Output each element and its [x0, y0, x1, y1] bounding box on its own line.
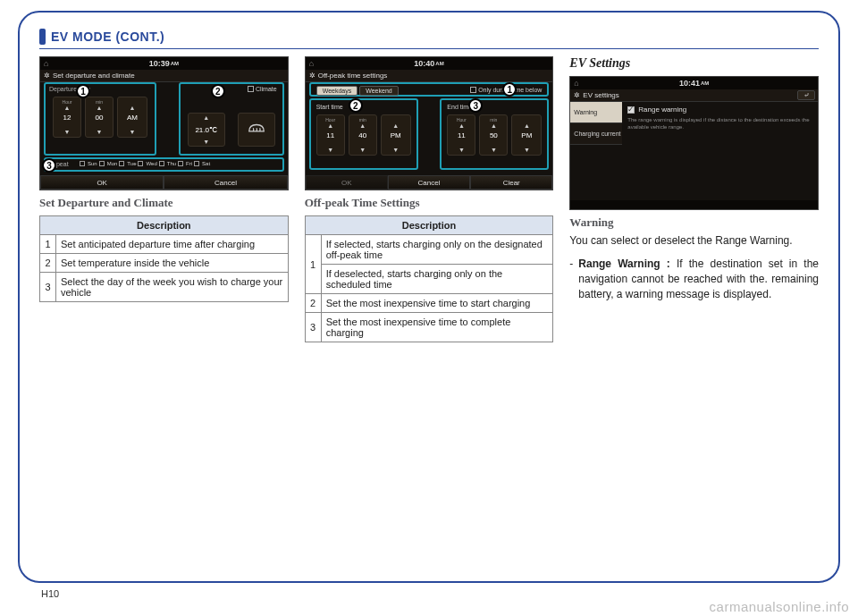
screenshot-departure-climate: ⌂ 10:39AM ✲ Set departure and climate De… — [39, 56, 289, 190]
start-min-spinner[interactable]: min ▲ 40 ▼ — [349, 114, 377, 156]
day-thu[interactable]: Thu — [167, 161, 176, 166]
bullet-strong: Range Warning : — [578, 257, 669, 270]
screenshot-offpeak: ⌂ 10:40AM ✲ Off-peak time settings Weekd… — [305, 56, 554, 190]
arrow-up-icon[interactable]: ▲ — [54, 105, 80, 111]
arrow-up-icon[interactable]: ▲ — [317, 122, 344, 129]
day-wed[interactable]: Wed — [146, 161, 156, 166]
back-button[interactable]: ⤶ — [797, 90, 815, 100]
bullet-dash: - — [569, 257, 573, 301]
minute-value: 00 — [86, 114, 113, 122]
ok-button[interactable]: OK — [306, 175, 388, 190]
checkbox-icon[interactable] — [194, 161, 199, 166]
clock-time: 10:39 — [149, 59, 170, 68]
screen-title: Off-peak time settings — [318, 72, 388, 80]
tab-weekdays[interactable]: Weekdays — [316, 86, 358, 96]
day-tue[interactable]: Tue — [127, 161, 136, 166]
arrow-down-icon[interactable]: ▼ — [118, 129, 147, 135]
gear-icon: ✲ — [574, 91, 580, 99]
arrow-down-icon[interactable]: ▼ — [189, 139, 224, 145]
start-ampm-spinner[interactable]: ▲ PM ▼ — [381, 114, 411, 156]
range-warning-description: The range warning is displayed if the di… — [627, 117, 812, 131]
checkbox-icon[interactable] — [99, 161, 105, 166]
arrow-down-icon[interactable]: ▼ — [480, 147, 507, 153]
bottom-bar — [570, 200, 818, 209]
row-desc: If deselected, starts charging only on t… — [321, 265, 553, 294]
end-ampm-spinner[interactable]: ▲ PM ▼ — [511, 114, 542, 156]
callout-2: 2 — [349, 98, 363, 113]
arrow-down-icon[interactable]: ▼ — [448, 147, 475, 153]
table-row: 3Select the day of the week you wish to … — [40, 273, 289, 302]
checkbox-icon[interactable] — [119, 161, 124, 166]
start-min-value: 40 — [349, 131, 376, 139]
arrow-up-icon[interactable]: ▲ — [512, 122, 541, 129]
clock-ampm: AM — [701, 80, 709, 86]
section-subhead: Off-peak Time Settings — [305, 196, 554, 210]
end-time-panel: End time Hour ▲ 11 ▼ min ▲ 50 ▼ — [440, 98, 549, 170]
end-hour-spinner[interactable]: Hour ▲ 11 ▼ — [447, 114, 475, 156]
range-warning-checkbox-row[interactable]: Range warning — [627, 105, 812, 114]
arrow-down-icon[interactable]: ▼ — [54, 129, 80, 135]
hour-spinner[interactable]: Hour ▲ 12 ▼ — [53, 97, 81, 138]
arrow-up-icon[interactable]: ▲ — [349, 122, 376, 129]
end-min-spinner[interactable]: min ▲ 50 ▼ — [479, 114, 508, 156]
clear-button[interactable]: Clear — [470, 175, 552, 190]
arrow-up-icon[interactable]: ▲ — [86, 105, 113, 111]
day-sat[interactable]: Sat — [202, 161, 210, 166]
arrow-down-icon[interactable]: ▼ — [86, 129, 113, 135]
checkbox-icon[interactable] — [80, 161, 85, 166]
tab-weekend[interactable]: Weekend — [359, 86, 398, 96]
day-sun[interactable]: Sun — [88, 161, 97, 166]
menu-item-warning[interactable]: Warning — [570, 102, 622, 123]
row-index: 3 — [305, 313, 321, 342]
screen-title: Set departure and climate — [53, 72, 135, 80]
arrow-up-icon[interactable]: ▲ — [448, 122, 475, 129]
climate-panel: Climate ▲ 21.0℃ ▼ — [179, 82, 284, 156]
climate-header[interactable]: Climate — [248, 86, 277, 92]
checkbox-icon[interactable] — [159, 161, 164, 166]
start-hour-spinner[interactable]: Hour ▲ 11 ▼ — [316, 114, 345, 156]
cancel-button[interactable]: Cancel — [388, 175, 470, 190]
clock-time: 10:41 — [679, 79, 700, 88]
table-row: If deselected, starts charging only on t… — [305, 265, 553, 294]
title-accent-bar — [39, 29, 46, 45]
page-number: H10 — [41, 588, 59, 599]
day-fri[interactable]: Fri — [186, 161, 192, 166]
statusbar: ⌂ 10:40AM — [306, 57, 553, 70]
day-mon[interactable]: Mon — [107, 161, 118, 166]
menu-item-charging-current[interactable]: Charging current — [570, 123, 622, 145]
checkbox-icon[interactable] — [178, 161, 183, 166]
table-row: 1 If selected, starts charging only on t… — [305, 235, 553, 265]
checkbox-icon[interactable] — [248, 86, 254, 92]
ok-button[interactable]: OK — [40, 175, 164, 190]
end-ampm-value: PM — [512, 131, 541, 139]
screenshot-ev-settings: ⌂ 10:41AM ✲ EV settings ⤶ Warning Chargi… — [569, 76, 819, 210]
hour-value: 12 — [54, 114, 80, 122]
side-menu: Warning Charging current — [570, 102, 622, 195]
minute-spinner[interactable]: min ▲ 00 ▼ — [85, 97, 114, 138]
ampm-spinner[interactable]: ▲ AM ▼ — [117, 97, 147, 138]
screen-title-row: ✲ Off-peak time settings — [306, 70, 553, 82]
clock-ampm: AM — [435, 61, 443, 66]
arrow-down-icon[interactable]: ▼ — [512, 147, 541, 153]
arrow-down-icon[interactable]: ▼ — [349, 147, 376, 153]
bullet-item: - Range Warning : If the destination set… — [569, 257, 819, 301]
checkbox-icon[interactable] — [470, 87, 476, 93]
arrow-up-icon[interactable]: ▲ — [480, 122, 507, 129]
settings-content: Range warning The range warning is displ… — [622, 102, 818, 195]
end-min-value: 50 — [480, 131, 507, 139]
days-row: Sun Mon Tue Wed Thu Fri Sat — [78, 157, 282, 170]
callout-3: 3 — [42, 158, 56, 173]
arrow-up-icon[interactable]: ▲ — [382, 122, 410, 129]
arrow-down-icon[interactable]: ▼ — [382, 147, 410, 153]
temperature-spinner[interactable]: ▲ 21.0℃ ▼ — [188, 113, 225, 147]
cancel-button[interactable]: Cancel — [164, 175, 287, 190]
arrow-down-icon[interactable]: ▼ — [317, 147, 344, 153]
defrost-button[interactable] — [238, 113, 275, 147]
callout-2: 2 — [211, 84, 225, 98]
description-table: Description 1Set anticipated departure t… — [39, 215, 289, 302]
arrow-up-icon[interactable]: ▲ — [118, 105, 147, 111]
checkbox-icon[interactable] — [138, 161, 143, 166]
checkbox-checked-icon[interactable] — [627, 106, 635, 114]
home-icon: ⌂ — [309, 59, 314, 68]
arrow-up-icon[interactable]: ▲ — [189, 114, 224, 121]
